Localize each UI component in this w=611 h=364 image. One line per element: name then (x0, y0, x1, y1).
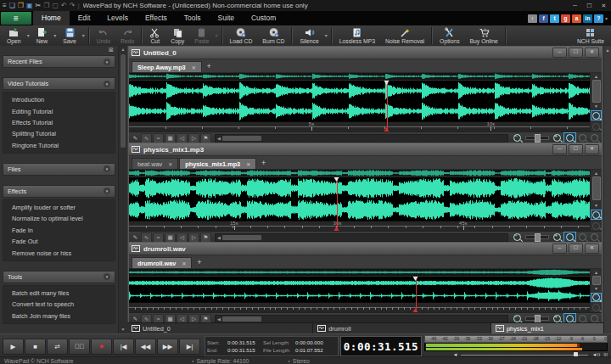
vertical-zoom-in-button[interactable] (591, 110, 602, 120)
horizontal-scrollbar[interactable]: ◀ (215, 134, 508, 143)
edit-pencil-icon[interactable]: ✎ (131, 315, 140, 323)
waveform-canvas[interactable] (129, 81, 590, 121)
zoom-vertical-button[interactable] (589, 133, 600, 143)
marker-prev-icon[interactable]: ◁ (177, 133, 188, 143)
silence-button[interactable]: Silence (294, 25, 328, 46)
menu-tab-tools[interactable]: Tools (176, 11, 210, 25)
sidebar-scrollbar[interactable]: ▲ ▼ (118, 46, 127, 333)
new-tab-button[interactable]: + (257, 159, 270, 169)
scroll-down-icon[interactable]: ▼ (594, 103, 598, 109)
menu-tab-suite[interactable]: Suite (210, 11, 243, 25)
window-maximize-button[interactable]: ☐ (569, 144, 583, 154)
sidebar-section-video-tutorials[interactable]: Video Tutorials▾ (3, 77, 115, 90)
vertical-zoom-out-button[interactable] (591, 221, 601, 230)
scrollbar-thumb[interactable] (222, 136, 261, 141)
playhead-handle[interactable] (412, 277, 418, 281)
sidebar-item[interactable]: Fade In (3, 225, 115, 236)
scrollbar-thumb[interactable] (222, 235, 261, 240)
sidebar-item[interactable]: Editing Tutorial (3, 105, 115, 116)
facebook-icon[interactable]: f (539, 14, 548, 23)
timeline-ruler[interactable] (129, 302, 590, 312)
new-tab-button[interactable]: + (193, 258, 205, 268)
playhead-marker[interactable] (412, 308, 418, 312)
menu-tab-custom[interactable]: Custom (243, 11, 284, 25)
scrollbar-thumb[interactable] (222, 316, 261, 322)
sidebar-section-files[interactable]: Files▾ (3, 163, 115, 176)
section-toggle-icon[interactable]: ▾ (104, 273, 110, 280)
spectrum-view-icon[interactable]: ≈ (153, 232, 164, 243)
scroll-up-icon[interactable]: ▲ (594, 269, 598, 276)
cut-button[interactable]: Cut (144, 25, 165, 46)
zoom-slider-knob[interactable] (535, 233, 541, 242)
sidebar-close-icon[interactable]: ⊠ (107, 47, 115, 53)
window-close-button[interactable]: ✕ (585, 244, 599, 254)
sidebar-item[interactable]: Fade Out (3, 236, 115, 247)
sidebar-item[interactable]: Batch Join many files (3, 311, 115, 322)
maximize-button[interactable]: ☐ (582, 0, 597, 11)
buy-online-button[interactable]: Buy Online (465, 25, 503, 46)
vertical-zoom-out-button[interactable] (591, 304, 601, 311)
overview-strip[interactable] (129, 170, 590, 177)
menu-tab-home[interactable]: Home (33, 11, 70, 25)
scroll-down-icon[interactable]: ▼ (594, 285, 598, 292)
scroll-left-icon[interactable]: ◀ (216, 316, 222, 322)
playhead-marker[interactable] (384, 127, 390, 132)
marker-next-icon[interactable]: ▷ (188, 133, 199, 143)
load-cd-button[interactable]: Load CD (225, 25, 258, 46)
menu-tab-effects[interactable]: Effects (137, 11, 176, 25)
zoom-slider[interactable] (525, 235, 549, 239)
burn-cd-button[interactable]: Burn CD (257, 25, 289, 46)
vertical-zoom-in-button[interactable] (591, 210, 602, 220)
paste-icon[interactable]: ▢ (52, 2, 59, 9)
tab-close-icon[interactable]: ✕ (246, 161, 250, 167)
menu-tab-levels[interactable]: Levels (98, 11, 137, 25)
sidebar-item[interactable]: Batch edit many files (3, 288, 115, 299)
new-button[interactable]: New (31, 25, 59, 46)
horizontal-scrollbar[interactable]: ◀ (215, 233, 508, 242)
zoom-out-button[interactable]: − (512, 133, 523, 143)
app-menu-button[interactable]: ≡ (1, 12, 31, 25)
edit-pencil-icon[interactable]: ✎ (131, 134, 140, 143)
noise-removal-button[interactable]: Noise Removal (380, 25, 429, 46)
waveform-canvas[interactable] (129, 277, 590, 302)
scrollbar-thumb[interactable] (121, 54, 126, 148)
vertical-zoom-in-button[interactable] (591, 293, 602, 302)
scroll-down-icon[interactable]: ▼ (121, 326, 126, 333)
loop-button[interactable]: ⇄ (47, 339, 68, 355)
rewind-button[interactable]: ◀◀ (135, 339, 156, 355)
menu-tab-edit[interactable]: Edit (70, 11, 99, 25)
vertical-scrollbar[interactable]: ▲▼ (590, 269, 602, 312)
tab-close-icon[interactable]: ✕ (192, 64, 196, 70)
scrollbar-thumb[interactable] (592, 80, 601, 103)
sidebar-item[interactable]: Convert text to speech (3, 299, 115, 310)
section-toggle-icon[interactable]: ▾ (104, 188, 110, 194)
zoom-slider[interactable] (525, 316, 549, 321)
wave-view-icon[interactable]: ∿ (141, 232, 152, 243)
sidebar-item[interactable]: Ringtone Tutorial (3, 140, 115, 151)
taskbar-tab-drumroll[interactable]: drumroll (313, 323, 491, 333)
window-minimize-button[interactable]: ─ (552, 144, 567, 154)
zoom-full-button[interactable] (577, 133, 588, 143)
marker-next-icon[interactable]: ▷ (188, 232, 199, 243)
playhead-handle[interactable] (334, 177, 339, 182)
volume-slider[interactable] (461, 355, 588, 356)
save-button[interactable]: Save (58, 25, 87, 46)
sidebar-item[interactable]: Amplify louder or softer (3, 202, 115, 213)
sidebar-item[interactable]: Normalize to optimal level (3, 213, 115, 224)
like-icon[interactable]: ↑ (528, 14, 537, 23)
bookmark-icon[interactable]: ⚑ (200, 232, 211, 243)
sidebar-item[interactable]: Remove noise or hiss (3, 247, 115, 258)
playhead-marker[interactable] (334, 227, 339, 231)
scroll-up-icon[interactable]: ▲ (594, 73, 598, 80)
go-end-button[interactable]: ▶| (179, 339, 200, 355)
wave-view-icon[interactable]: ∿ (141, 133, 152, 143)
scroll-down-icon[interactable]: ▼ (594, 202, 598, 209)
sidebar-section-tools[interactable]: Tools▾ (3, 271, 115, 283)
close-button[interactable]: ✕ (597, 0, 611, 11)
zoom-out-button[interactable]: − (512, 232, 523, 242)
copy-icon[interactable]: ❐ (43, 2, 49, 9)
scroll-up-icon[interactable]: ▲ (594, 170, 598, 176)
record-button[interactable]: ● (91, 339, 112, 355)
overview-strip[interactable] (129, 73, 590, 81)
window-close-button[interactable]: ✕ (585, 48, 599, 58)
